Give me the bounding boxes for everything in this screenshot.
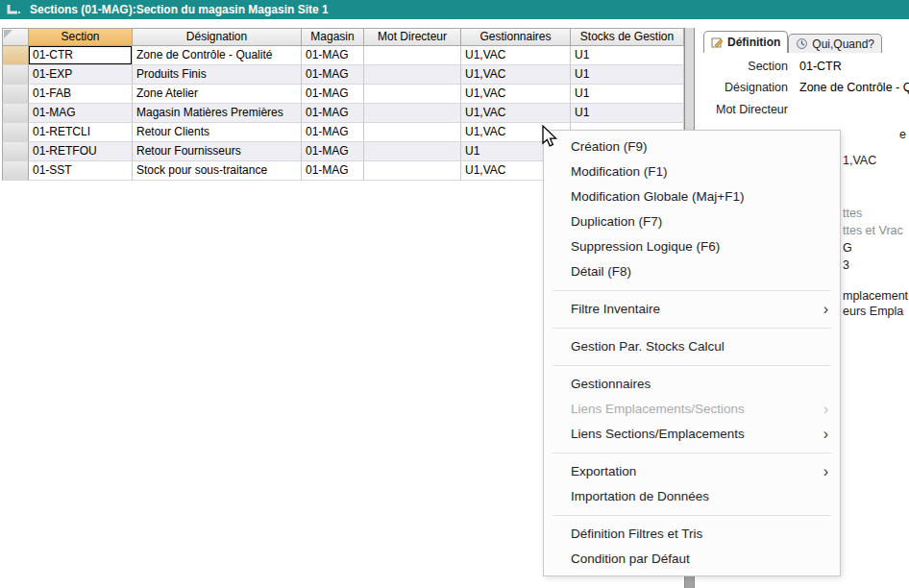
menu-item-filtre-inventaire[interactable]: Filtre Inventaire› bbox=[544, 297, 840, 322]
menu-item-label: Liens Sections/Emplacements bbox=[571, 427, 745, 441]
cell-gestionnaires[interactable]: U1,VAC bbox=[461, 46, 571, 65]
column-header-designation[interactable]: Désignation bbox=[133, 28, 302, 46]
menu-item-gestion-par-stocks-calcul[interactable]: Gestion Par. Stocks Calcul bbox=[544, 334, 840, 359]
table-row: 01-FAB Zone Atelier 01-MAG U1,VAC U1 bbox=[2, 85, 684, 104]
cell-stocks[interactable]: U1 bbox=[571, 46, 684, 65]
mouse-cursor bbox=[539, 125, 562, 150]
column-header-magasin[interactable]: Magasin bbox=[302, 28, 364, 46]
cell-designation[interactable]: Retour Fournisseurs bbox=[133, 142, 302, 161]
cell-designation[interactable]: Zone Atelier bbox=[133, 85, 302, 104]
menu-item-exportation[interactable]: Exportation› bbox=[544, 459, 840, 484]
cell-mot-directeur[interactable] bbox=[364, 123, 461, 142]
row-selector[interactable] bbox=[2, 142, 29, 161]
cell-designation[interactable]: Stock pour sous-traitance bbox=[133, 161, 302, 181]
cell-mot-directeur[interactable] bbox=[364, 161, 461, 181]
field-label: Mot Directeur bbox=[696, 103, 788, 116]
cell-designation[interactable]: Retour Clients bbox=[133, 123, 302, 142]
menu-separator bbox=[553, 290, 831, 291]
submenu-arrow-icon: › bbox=[823, 422, 828, 447]
row-selector[interactable] bbox=[2, 85, 29, 104]
menu-item-duplication[interactable]: Duplication (F7) bbox=[544, 209, 840, 234]
cell-gestionnaires[interactable]: U1,VAC bbox=[461, 85, 571, 104]
menu-item-importation-de-donnees[interactable]: Importation de Données bbox=[544, 484, 840, 509]
cell-section[interactable]: 01-RETCLI bbox=[29, 123, 133, 142]
submenu-arrow-icon: › bbox=[823, 459, 828, 484]
select-all-corner[interactable] bbox=[2, 28, 29, 46]
clipped-text: ttes bbox=[843, 207, 862, 220]
cell-stocks[interactable]: U1 bbox=[571, 104, 684, 123]
row-selector[interactable] bbox=[2, 46, 29, 65]
cell-section[interactable]: 01-SST bbox=[29, 161, 133, 181]
menu-item-condition-par-defaut[interactable]: Condition par Défaut bbox=[544, 547, 840, 572]
clipped-text: ttes et Vrac bbox=[843, 224, 903, 237]
menu-item-liens-emplacements-sections[interactable]: Liens Emplacements/Sections› bbox=[544, 397, 840, 422]
menu-item-label: Suppression Logique (F6) bbox=[571, 239, 720, 254]
cell-magasin[interactable]: 01-MAG bbox=[302, 142, 364, 161]
definition-icon bbox=[711, 37, 724, 49]
cell-magasin[interactable]: 01-MAG bbox=[302, 46, 364, 65]
menu-item-modification[interactable]: Modification (F1) bbox=[544, 159, 840, 184]
menu-item-label: Exportation bbox=[571, 464, 636, 478]
column-header-mot-directeur[interactable]: Mot Directeur bbox=[364, 28, 461, 46]
cell-mot-directeur[interactable] bbox=[364, 85, 461, 104]
menu-item-label: Modification Globale (Maj+F1) bbox=[571, 189, 744, 204]
menu-item-gestionnaires[interactable]: Gestionnaires bbox=[544, 372, 840, 397]
column-header-stocks-de-gestion[interactable]: Stocks de Gestion bbox=[571, 28, 684, 46]
cell-stocks[interactable]: U1 bbox=[571, 85, 684, 104]
menu-separator bbox=[553, 328, 831, 329]
menu-item-label: Condition par Défaut bbox=[571, 551, 690, 566]
window-title: Sections (01-MAG):Section du magasin Mag… bbox=[30, 3, 329, 16]
cell-stocks[interactable]: U1 bbox=[571, 65, 684, 85]
column-header-gestionnaires[interactable]: Gestionnaires bbox=[461, 28, 571, 46]
row-selector[interactable] bbox=[2, 161, 29, 181]
cell-section[interactable]: 01-RETFOU bbox=[29, 142, 133, 161]
cell-mot-directeur[interactable] bbox=[364, 142, 461, 161]
cell-designation[interactable]: Zone de Contrôle - Qualité bbox=[133, 46, 302, 65]
menu-separator bbox=[553, 453, 831, 453]
menu-item-liens-sections-emplacements[interactable]: Liens Sections/Emplacements› bbox=[544, 422, 840, 447]
field-value: 01-CTR bbox=[799, 60, 842, 73]
menu-item-modification-globale[interactable]: Modification Globale (Maj+F1) bbox=[544, 184, 840, 209]
window-icon bbox=[6, 3, 21, 16]
cell-magasin[interactable]: 01-MAG bbox=[302, 65, 364, 85]
cell-mot-directeur[interactable] bbox=[364, 104, 461, 123]
cell-section[interactable]: 01-CTR bbox=[29, 46, 133, 65]
row-selector[interactable] bbox=[2, 65, 29, 85]
cell-mot-directeur[interactable] bbox=[364, 46, 461, 65]
cell-magasin[interactable]: 01-MAG bbox=[302, 104, 364, 123]
menu-item-label: Gestion Par. Stocks Calcul bbox=[571, 339, 725, 354]
tab-label: Qui,Quand? bbox=[812, 37, 874, 51]
cell-section[interactable]: 01-FAB bbox=[29, 85, 133, 104]
tab-qui-quand[interactable]: Qui,Quand? bbox=[788, 34, 882, 53]
cell-section[interactable]: 01-MAG bbox=[29, 104, 133, 123]
row-selector[interactable] bbox=[2, 123, 29, 142]
cell-magasin[interactable]: 01-MAG bbox=[302, 85, 364, 104]
clipped-text: mplacement bbox=[843, 289, 908, 303]
cell-section[interactable]: 01-EXP bbox=[29, 65, 133, 85]
menu-item-definition-filtres-et-tris[interactable]: Définition Filtres et Tris bbox=[544, 522, 840, 547]
menu-item-label: Gestionnaires bbox=[571, 377, 651, 391]
cell-designation[interactable]: Magasin Matières Premières bbox=[133, 104, 302, 123]
table-row: 01-CTR Zone de Contrôle - Qualité 01-MAG… bbox=[2, 46, 684, 65]
menu-item-label: Modification (F1) bbox=[571, 164, 668, 179]
menu-item-detail[interactable]: Détail (F8) bbox=[544, 259, 840, 284]
qui-quand-icon bbox=[796, 37, 808, 50]
menu-item-label: Définition Filtres et Tris bbox=[571, 527, 702, 541]
cell-gestionnaires[interactable]: U1,VAC bbox=[461, 104, 571, 123]
cell-magasin[interactable]: 01-MAG bbox=[302, 123, 364, 142]
table-row: 01-EXP Produits Finis 01-MAG U1,VAC U1 bbox=[2, 65, 684, 85]
row-selector[interactable] bbox=[2, 104, 29, 123]
menu-item-label: Liens Emplacements/Sections bbox=[571, 402, 745, 416]
column-header-section[interactable]: Section bbox=[29, 28, 133, 46]
cell-designation[interactable]: Produits Finis bbox=[133, 65, 302, 85]
field-label: Désignation bbox=[696, 81, 788, 94]
menu-item-suppression-logique[interactable]: Suppression Logique (F6) bbox=[544, 234, 840, 259]
clipped-text: 3 bbox=[843, 258, 849, 272]
cell-mot-directeur[interactable] bbox=[364, 65, 461, 85]
app-window: Sections (01-MAG):Section du magasin Mag… bbox=[0, 0, 909, 588]
menu-item-creation[interactable]: Création (F9) bbox=[544, 135, 840, 159]
tab-definition[interactable]: Définition bbox=[703, 31, 788, 53]
cell-magasin[interactable]: 01-MAG bbox=[302, 161, 364, 181]
cell-gestionnaires[interactable]: U1,VAC bbox=[461, 65, 571, 85]
field-label: Section bbox=[696, 60, 788, 73]
